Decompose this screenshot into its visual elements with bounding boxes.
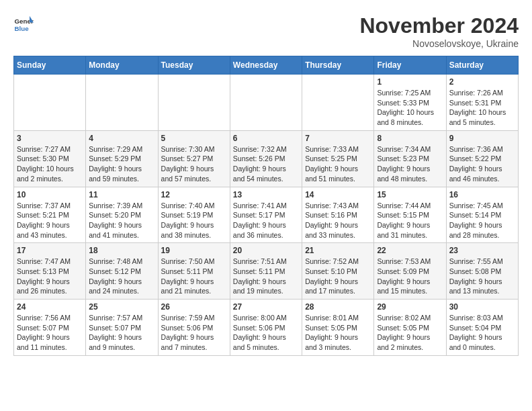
calendar-cell: 16Sunrise: 7:45 AM Sunset: 5:14 PM Dayli… [446, 187, 518, 243]
calendar-week-row: 24Sunrise: 7:56 AM Sunset: 5:07 PM Dayli… [14, 300, 519, 356]
day-number: 10 [17, 190, 83, 199]
calendar-cell: 6Sunrise: 7:32 AM Sunset: 5:26 PM Daylig… [230, 130, 302, 187]
calendar-week-row: 1Sunrise: 7:25 AM Sunset: 5:33 PM Daylig… [14, 75, 519, 131]
calendar-cell: 26Sunrise: 7:59 AM Sunset: 5:06 PM Dayli… [158, 300, 230, 356]
day-info: Sunrise: 7:41 AM Sunset: 5:17 PM Dayligh… [233, 201, 299, 240]
calendar-cell: 28Sunrise: 8:01 AM Sunset: 5:05 PM Dayli… [302, 300, 374, 356]
calendar-cell: 2Sunrise: 7:26 AM Sunset: 5:31 PM Daylig… [446, 75, 518, 131]
day-number: 23 [449, 246, 515, 255]
day-number: 3 [17, 134, 83, 143]
day-info: Sunrise: 7:45 AM Sunset: 5:14 PM Dayligh… [449, 201, 515, 240]
calendar-cell: 3Sunrise: 7:27 AM Sunset: 5:30 PM Daylig… [14, 130, 86, 187]
calendar-cell: 10Sunrise: 7:37 AM Sunset: 5:21 PM Dayli… [14, 187, 86, 243]
day-info: Sunrise: 7:43 AM Sunset: 5:16 PM Dayligh… [305, 201, 371, 240]
calendar-cell: 8Sunrise: 7:34 AM Sunset: 5:23 PM Daylig… [374, 130, 446, 187]
weekday-header: Friday [374, 56, 446, 75]
day-number: 17 [17, 246, 83, 255]
calendar-cell [86, 75, 158, 131]
day-number: 1 [377, 77, 443, 87]
calendar-cell: 4Sunrise: 7:29 AM Sunset: 5:29 PM Daylig… [86, 130, 158, 187]
day-number: 24 [17, 302, 83, 312]
logo: General Blue [13, 13, 34, 34]
weekday-header-row: SundayMondayTuesdayWednesdayThursdayFrid… [14, 56, 519, 75]
calendar-cell: 27Sunrise: 8:00 AM Sunset: 5:06 PM Dayli… [230, 300, 302, 356]
day-number: 21 [305, 246, 371, 255]
day-info: Sunrise: 7:44 AM Sunset: 5:15 PM Dayligh… [377, 201, 443, 240]
day-info: Sunrise: 8:03 AM Sunset: 5:04 PM Dayligh… [449, 313, 515, 353]
calendar-cell: 7Sunrise: 7:33 AM Sunset: 5:25 PM Daylig… [302, 130, 374, 187]
day-info: Sunrise: 7:25 AM Sunset: 5:33 PM Dayligh… [377, 88, 443, 128]
weekday-header: Thursday [302, 56, 374, 75]
day-info: Sunrise: 8:01 AM Sunset: 5:05 PM Dayligh… [305, 313, 371, 353]
day-number: 28 [305, 302, 371, 312]
calendar-cell: 20Sunrise: 7:51 AM Sunset: 5:11 PM Dayli… [230, 243, 302, 300]
day-info: Sunrise: 7:53 AM Sunset: 5:09 PM Dayligh… [377, 257, 443, 296]
calendar-cell: 12Sunrise: 7:40 AM Sunset: 5:19 PM Dayli… [158, 187, 230, 243]
day-number: 11 [89, 190, 154, 199]
day-info: Sunrise: 7:59 AM Sunset: 5:06 PM Dayligh… [161, 313, 227, 353]
calendar-cell: 5Sunrise: 7:30 AM Sunset: 5:27 PM Daylig… [158, 130, 230, 187]
calendar-cell: 11Sunrise: 7:39 AM Sunset: 5:20 PM Dayli… [86, 187, 158, 243]
day-number: 16 [449, 190, 515, 199]
title-area: November 2024 Novoselovskoye, Ukraine [359, 13, 519, 49]
calendar-cell [302, 75, 374, 131]
month-title: November 2024 [359, 13, 519, 38]
day-number: 30 [449, 302, 515, 312]
calendar-cell [158, 75, 230, 131]
weekday-header: Tuesday [158, 56, 230, 75]
day-number: 15 [377, 190, 443, 199]
day-info: Sunrise: 7:26 AM Sunset: 5:31 PM Dayligh… [449, 88, 515, 128]
day-info: Sunrise: 8:02 AM Sunset: 5:05 PM Dayligh… [377, 313, 443, 353]
day-number: 9 [449, 134, 515, 143]
day-number: 4 [89, 134, 154, 143]
day-number: 7 [305, 134, 371, 143]
day-number: 22 [377, 246, 443, 255]
day-info: Sunrise: 7:32 AM Sunset: 5:26 PM Dayligh… [233, 144, 299, 184]
weekday-header: Sunday [14, 56, 86, 75]
day-number: 26 [161, 302, 227, 312]
calendar-cell: 29Sunrise: 8:02 AM Sunset: 5:05 PM Dayli… [374, 300, 446, 356]
day-info: Sunrise: 7:29 AM Sunset: 5:29 PM Dayligh… [89, 144, 154, 184]
calendar-week-row: 3Sunrise: 7:27 AM Sunset: 5:30 PM Daylig… [14, 130, 519, 187]
day-number: 8 [377, 134, 443, 143]
calendar-cell [230, 75, 302, 131]
calendar-cell: 21Sunrise: 7:52 AM Sunset: 5:10 PM Dayli… [302, 243, 374, 300]
calendar-cell [14, 75, 86, 131]
day-info: Sunrise: 7:30 AM Sunset: 5:27 PM Dayligh… [161, 144, 227, 184]
day-number: 5 [161, 134, 227, 143]
day-info: Sunrise: 8:00 AM Sunset: 5:06 PM Dayligh… [233, 313, 299, 353]
day-number: 29 [377, 302, 443, 312]
weekday-header: Monday [86, 56, 158, 75]
day-number: 14 [305, 190, 371, 199]
day-info: Sunrise: 7:36 AM Sunset: 5:22 PM Dayligh… [449, 144, 515, 184]
logo-icon: General Blue [13, 13, 34, 34]
day-number: 13 [233, 190, 299, 199]
day-info: Sunrise: 7:39 AM Sunset: 5:20 PM Dayligh… [89, 201, 154, 240]
day-info: Sunrise: 7:57 AM Sunset: 5:07 PM Dayligh… [89, 313, 154, 353]
location: Novoselovskoye, Ukraine [359, 38, 519, 49]
calendar-cell: 23Sunrise: 7:55 AM Sunset: 5:08 PM Dayli… [446, 243, 518, 300]
day-info: Sunrise: 7:47 AM Sunset: 5:13 PM Dayligh… [17, 257, 83, 296]
day-info: Sunrise: 7:34 AM Sunset: 5:23 PM Dayligh… [377, 144, 443, 184]
calendar-cell: 18Sunrise: 7:48 AM Sunset: 5:12 PM Dayli… [86, 243, 158, 300]
day-info: Sunrise: 7:27 AM Sunset: 5:30 PM Dayligh… [17, 144, 83, 184]
calendar-cell: 25Sunrise: 7:57 AM Sunset: 5:07 PM Dayli… [86, 300, 158, 356]
day-info: Sunrise: 7:52 AM Sunset: 5:10 PM Dayligh… [305, 257, 371, 296]
day-info: Sunrise: 7:55 AM Sunset: 5:08 PM Dayligh… [449, 257, 515, 296]
svg-text:Blue: Blue [15, 25, 30, 32]
day-number: 2 [449, 77, 515, 87]
day-number: 19 [161, 246, 227, 255]
day-number: 27 [233, 302, 299, 312]
day-info: Sunrise: 7:48 AM Sunset: 5:12 PM Dayligh… [89, 257, 154, 296]
calendar-cell: 15Sunrise: 7:44 AM Sunset: 5:15 PM Dayli… [374, 187, 446, 243]
day-number: 12 [161, 190, 227, 199]
calendar-cell: 24Sunrise: 7:56 AM Sunset: 5:07 PM Dayli… [14, 300, 86, 356]
calendar-cell: 22Sunrise: 7:53 AM Sunset: 5:09 PM Dayli… [374, 243, 446, 300]
calendar-cell: 9Sunrise: 7:36 AM Sunset: 5:22 PM Daylig… [446, 130, 518, 187]
calendar-cell: 30Sunrise: 8:03 AM Sunset: 5:04 PM Dayli… [446, 300, 518, 356]
calendar-week-row: 17Sunrise: 7:47 AM Sunset: 5:13 PM Dayli… [14, 243, 519, 300]
calendar-week-row: 10Sunrise: 7:37 AM Sunset: 5:21 PM Dayli… [14, 187, 519, 243]
weekday-header: Saturday [446, 56, 518, 75]
page-header: General Blue November 2024 Novoselovskoy… [13, 13, 519, 49]
day-number: 25 [89, 302, 154, 312]
